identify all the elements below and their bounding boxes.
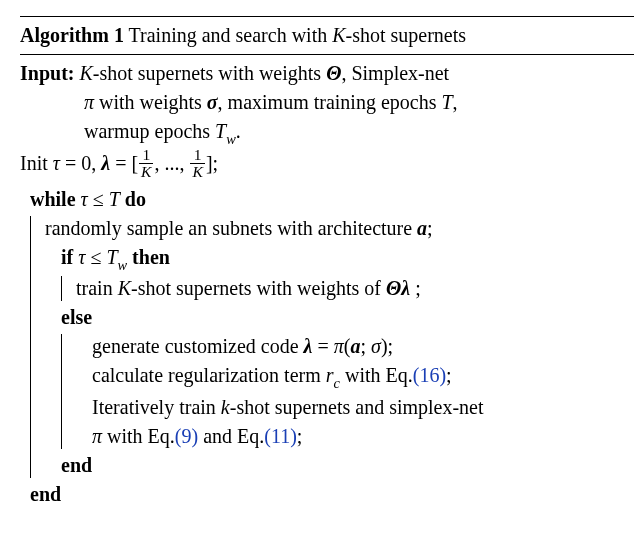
input-line-1: Input: K-shot supernets with weights Θ, … xyxy=(20,59,634,88)
vertical-rule-icon xyxy=(30,216,31,479)
eq-ref-11: (11) xyxy=(264,425,297,447)
while-block: while τ ≤ T do randomly sample an subnet… xyxy=(30,185,634,510)
vertical-rule-icon xyxy=(61,276,62,301)
eq-ref-16: (16) xyxy=(413,364,446,386)
step-iterative-1: Iteratively train k-shot supernets and s… xyxy=(92,393,634,422)
step-iterative-2: π with Eq.(9) and Eq.(11); xyxy=(92,422,634,451)
while-end: end xyxy=(30,480,634,509)
if-body-bar: train K-shot supernets with weights of Θ… xyxy=(61,274,634,303)
fraction: 1K xyxy=(190,147,204,181)
algorithm-box: Algorithm 1 Training and search with K-s… xyxy=(0,0,640,513)
while-body-bar: randomly sample an subnets with architec… xyxy=(30,214,634,481)
if-block: if τ ≤ Tw then train K-shot supernets wi… xyxy=(61,243,634,481)
step-sample: randomly sample an subnets with architec… xyxy=(45,214,634,243)
init-line: Init τ = 0, λ = [1K, ..., 1K]; xyxy=(20,149,634,183)
input-line-2: π with weights σ, maximum training epoch… xyxy=(20,88,634,117)
if-header: if τ ≤ Tw then xyxy=(61,243,634,275)
algo-title: Algorithm 1 Training and search with K-s… xyxy=(20,21,634,50)
fraction: 1K xyxy=(139,147,153,181)
algo-number: Algorithm 1 xyxy=(20,24,124,46)
top-rule xyxy=(20,16,634,17)
if-end: end xyxy=(61,451,634,480)
input-block: Input: K-shot supernets with weights Θ, … xyxy=(20,59,634,149)
eq-ref-9: (9) xyxy=(175,425,198,447)
title-rule xyxy=(20,54,634,55)
step-generate-code: generate customized code λ = π(a; σ); xyxy=(92,332,634,361)
else-body-bar: generate customized code λ = π(a; σ); ca… xyxy=(61,332,634,451)
else-header: else xyxy=(61,303,634,332)
while-header: while τ ≤ T do xyxy=(30,185,634,214)
input-line-3: warmup epochs Tw. xyxy=(20,117,634,149)
step-regularization: calculate regularization term rc with Eq… xyxy=(92,361,634,393)
step-train-theta-lambda: train K-shot supernets with weights of Θ… xyxy=(76,274,634,303)
vertical-rule-icon xyxy=(61,334,62,449)
